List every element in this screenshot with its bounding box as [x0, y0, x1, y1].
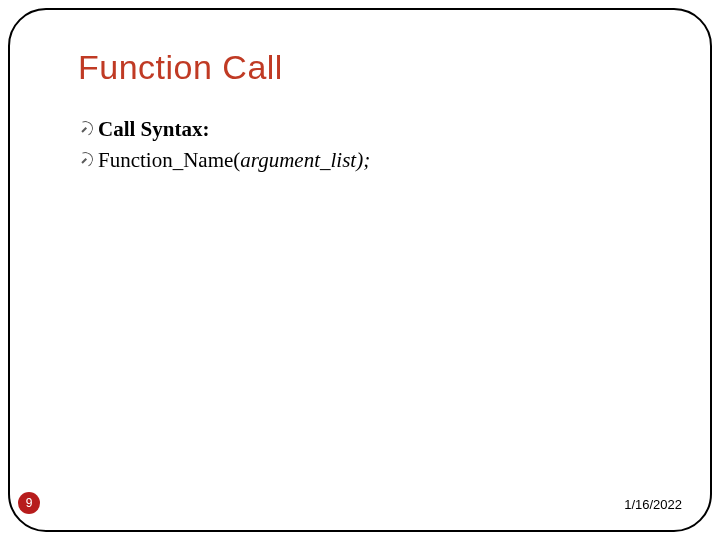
slide-title: Function Call	[78, 48, 680, 87]
date-footer: 1/16/2022	[624, 497, 682, 512]
bullet-item: Call Syntax:	[78, 117, 680, 142]
bullet-item: Function_Name(argument_list);	[78, 148, 680, 173]
bullet-text-bold: Call Syntax:	[98, 117, 209, 141]
slide-content: Function Call Call Syntax: Function_Name…	[78, 48, 680, 179]
page-number-badge: 9	[18, 492, 40, 514]
swirl-bullet-icon	[78, 120, 96, 138]
swirl-bullet-icon	[78, 151, 96, 169]
bullet-text-italic: argument_list);	[240, 148, 370, 172]
bullet-text: Function_Name(	[98, 148, 240, 172]
